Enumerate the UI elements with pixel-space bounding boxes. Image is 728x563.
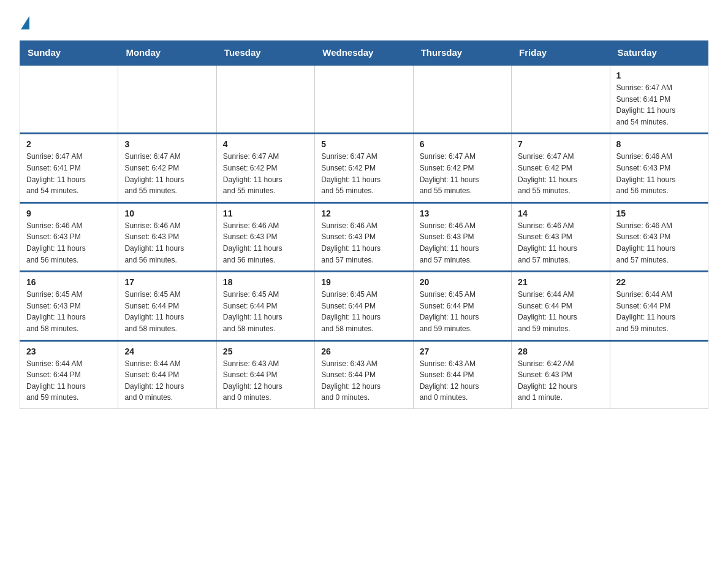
day-info: Sunrise: 6:45 AM Sunset: 6:44 PM Dayligh…	[223, 289, 308, 334]
calendar-day-cell: 15Sunrise: 6:46 AM Sunset: 6:43 PM Dayli…	[610, 202, 708, 271]
day-number: 25	[223, 347, 308, 356]
calendar-week-row: 1Sunrise: 6:47 AM Sunset: 6:41 PM Daylig…	[20, 65, 708, 134]
day-info: Sunrise: 6:47 AM Sunset: 6:42 PM Dayligh…	[321, 151, 406, 196]
day-number: 12	[321, 209, 406, 218]
day-number: 28	[518, 347, 603, 356]
day-info: Sunrise: 6:47 AM Sunset: 6:42 PM Dayligh…	[420, 151, 505, 196]
day-info: Sunrise: 6:44 AM Sunset: 6:44 PM Dayligh…	[616, 289, 702, 334]
calendar-day-cell: 16Sunrise: 6:45 AM Sunset: 6:43 PM Dayli…	[20, 272, 118, 340]
logo	[20, 15, 29, 28]
calendar-day-cell: 10Sunrise: 6:46 AM Sunset: 6:43 PM Dayli…	[118, 202, 216, 271]
day-number: 9	[26, 209, 112, 218]
weekday-header-thursday: Thursday	[413, 41, 511, 65]
day-number: 13	[420, 209, 505, 218]
calendar-day-cell: 21Sunrise: 6:44 AM Sunset: 6:44 PM Dayli…	[512, 272, 610, 340]
calendar-day-cell	[118, 65, 216, 134]
calendar-day-cell	[413, 65, 511, 134]
day-info: Sunrise: 6:45 AM Sunset: 6:44 PM Dayligh…	[420, 289, 505, 334]
day-number: 3	[124, 139, 210, 149]
day-number: 4	[223, 139, 308, 149]
calendar-week-row: 23Sunrise: 6:44 AM Sunset: 6:44 PM Dayli…	[20, 340, 708, 408]
day-number: 14	[518, 209, 603, 218]
calendar-day-cell: 11Sunrise: 6:46 AM Sunset: 6:43 PM Dayli…	[216, 202, 314, 271]
calendar-day-cell: 26Sunrise: 6:43 AM Sunset: 6:44 PM Dayli…	[315, 340, 413, 408]
day-info: Sunrise: 6:46 AM Sunset: 6:43 PM Dayligh…	[420, 220, 505, 266]
day-info: Sunrise: 6:42 AM Sunset: 6:43 PM Dayligh…	[518, 358, 603, 404]
day-info: Sunrise: 6:46 AM Sunset: 6:43 PM Dayligh…	[124, 220, 210, 266]
calendar-day-cell: 17Sunrise: 6:45 AM Sunset: 6:44 PM Dayli…	[118, 272, 216, 340]
day-info: Sunrise: 6:44 AM Sunset: 6:44 PM Dayligh…	[518, 289, 603, 334]
calendar-day-cell: 20Sunrise: 6:45 AM Sunset: 6:44 PM Dayli…	[413, 272, 511, 340]
weekday-header-friday: Friday	[512, 41, 610, 65]
calendar-day-cell: 2Sunrise: 6:47 AM Sunset: 6:41 PM Daylig…	[20, 134, 118, 202]
day-number: 20	[420, 277, 505, 287]
day-info: Sunrise: 6:47 AM Sunset: 6:41 PM Dayligh…	[616, 82, 702, 128]
day-info: Sunrise: 6:46 AM Sunset: 6:43 PM Dayligh…	[616, 151, 702, 196]
day-info: Sunrise: 6:46 AM Sunset: 6:43 PM Dayligh…	[616, 220, 702, 266]
calendar-day-cell: 3Sunrise: 6:47 AM Sunset: 6:42 PM Daylig…	[118, 134, 216, 202]
day-info: Sunrise: 6:46 AM Sunset: 6:43 PM Dayligh…	[26, 220, 112, 266]
weekday-header-wednesday: Wednesday	[315, 41, 413, 65]
weekday-header-monday: Monday	[118, 41, 216, 65]
calendar-day-cell: 5Sunrise: 6:47 AM Sunset: 6:42 PM Daylig…	[315, 134, 413, 202]
calendar-day-cell: 9Sunrise: 6:46 AM Sunset: 6:43 PM Daylig…	[20, 202, 118, 271]
calendar-day-cell	[20, 65, 118, 134]
calendar-day-cell	[610, 340, 708, 408]
calendar-day-cell: 7Sunrise: 6:47 AM Sunset: 6:42 PM Daylig…	[512, 134, 610, 202]
day-info: Sunrise: 6:43 AM Sunset: 6:44 PM Dayligh…	[321, 358, 406, 404]
calendar-day-cell: 23Sunrise: 6:44 AM Sunset: 6:44 PM Dayli…	[20, 340, 118, 408]
day-info: Sunrise: 6:44 AM Sunset: 6:44 PM Dayligh…	[124, 358, 210, 404]
day-number: 24	[124, 347, 210, 356]
day-number: 15	[616, 209, 702, 218]
calendar-day-cell: 22Sunrise: 6:44 AM Sunset: 6:44 PM Dayli…	[610, 272, 708, 340]
day-number: 6	[420, 139, 505, 149]
calendar-day-cell: 14Sunrise: 6:46 AM Sunset: 6:43 PM Dayli…	[512, 202, 610, 271]
day-number: 11	[223, 209, 308, 218]
day-number: 7	[518, 139, 603, 149]
calendar-day-cell: 28Sunrise: 6:42 AM Sunset: 6:43 PM Dayli…	[512, 340, 610, 408]
day-number: 16	[26, 277, 112, 287]
logo-triangle-icon	[21, 16, 29, 29]
calendar-week-row: 2Sunrise: 6:47 AM Sunset: 6:41 PM Daylig…	[20, 134, 708, 202]
day-number: 10	[124, 209, 210, 218]
calendar-day-cell: 8Sunrise: 6:46 AM Sunset: 6:43 PM Daylig…	[610, 134, 708, 202]
calendar-week-row: 9Sunrise: 6:46 AM Sunset: 6:43 PM Daylig…	[20, 202, 708, 271]
day-number: 5	[321, 139, 406, 149]
calendar-header: SundayMondayTuesdayWednesdayThursdayFrid…	[20, 41, 708, 65]
calendar-day-cell: 4Sunrise: 6:47 AM Sunset: 6:42 PM Daylig…	[216, 134, 314, 202]
page-header	[20, 15, 708, 28]
day-number: 2	[26, 139, 112, 149]
day-number: 8	[616, 139, 702, 149]
day-info: Sunrise: 6:46 AM Sunset: 6:43 PM Dayligh…	[321, 220, 406, 266]
weekday-header-saturday: Saturday	[610, 41, 708, 65]
calendar-week-row: 16Sunrise: 6:45 AM Sunset: 6:43 PM Dayli…	[20, 272, 708, 340]
day-number: 18	[223, 277, 308, 287]
day-number: 1	[616, 71, 702, 80]
day-number: 27	[420, 347, 505, 356]
day-info: Sunrise: 6:46 AM Sunset: 6:43 PM Dayligh…	[223, 220, 308, 266]
calendar-day-cell	[315, 65, 413, 134]
calendar-day-cell: 1Sunrise: 6:47 AM Sunset: 6:41 PM Daylig…	[610, 65, 708, 134]
calendar-day-cell: 13Sunrise: 6:46 AM Sunset: 6:43 PM Dayli…	[413, 202, 511, 271]
day-number: 22	[616, 277, 702, 287]
day-info: Sunrise: 6:45 AM Sunset: 6:44 PM Dayligh…	[124, 289, 210, 334]
weekday-header-row: SundayMondayTuesdayWednesdayThursdayFrid…	[20, 41, 708, 65]
calendar-day-cell: 24Sunrise: 6:44 AM Sunset: 6:44 PM Dayli…	[118, 340, 216, 408]
day-info: Sunrise: 6:47 AM Sunset: 6:42 PM Dayligh…	[518, 151, 603, 196]
calendar-day-cell	[216, 65, 314, 134]
day-number: 21	[518, 277, 603, 287]
day-number: 17	[124, 277, 210, 287]
calendar-body: 1Sunrise: 6:47 AM Sunset: 6:41 PM Daylig…	[20, 65, 708, 409]
calendar-day-cell: 12Sunrise: 6:46 AM Sunset: 6:43 PM Dayli…	[315, 202, 413, 271]
calendar-table: SundayMondayTuesdayWednesdayThursdayFrid…	[20, 40, 708, 409]
calendar-day-cell: 6Sunrise: 6:47 AM Sunset: 6:42 PM Daylig…	[413, 134, 511, 202]
calendar-day-cell: 18Sunrise: 6:45 AM Sunset: 6:44 PM Dayli…	[216, 272, 314, 340]
day-info: Sunrise: 6:47 AM Sunset: 6:42 PM Dayligh…	[124, 151, 210, 196]
calendar-day-cell: 19Sunrise: 6:45 AM Sunset: 6:44 PM Dayli…	[315, 272, 413, 340]
calendar-day-cell: 25Sunrise: 6:43 AM Sunset: 6:44 PM Dayli…	[216, 340, 314, 408]
day-info: Sunrise: 6:44 AM Sunset: 6:44 PM Dayligh…	[26, 358, 112, 404]
day-number: 26	[321, 347, 406, 356]
day-info: Sunrise: 6:45 AM Sunset: 6:43 PM Dayligh…	[26, 289, 112, 334]
day-info: Sunrise: 6:47 AM Sunset: 6:41 PM Dayligh…	[26, 151, 112, 196]
weekday-header-tuesday: Tuesday	[216, 41, 314, 65]
